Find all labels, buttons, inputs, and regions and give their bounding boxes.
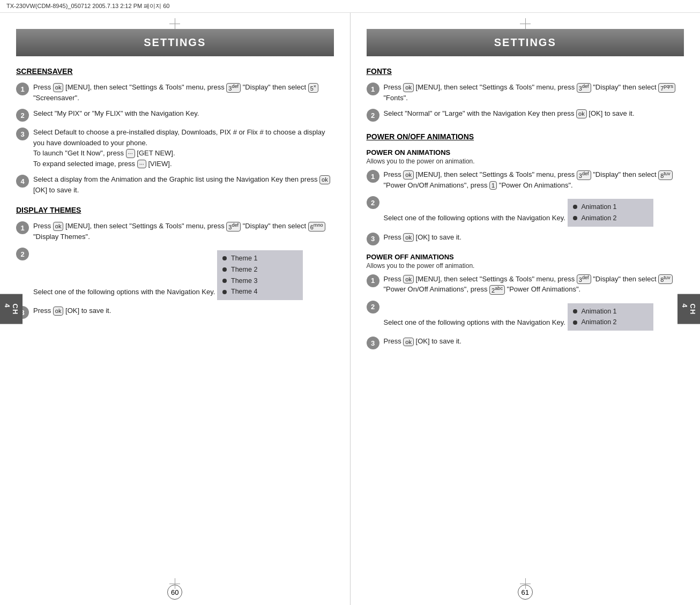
top-bar-text: TX-230VW(CDM-8945)_050712 2005.7.13 2:12… bbox=[6, 3, 170, 9]
power-off-step-1-num: 1 bbox=[367, 274, 379, 287]
ok-key-4: ok bbox=[53, 307, 64, 315]
power-off-step-2-text: Select one of the following options with… bbox=[384, 300, 653, 331]
crosshair-bottom-left bbox=[169, 578, 180, 589]
theme-option-4: Theme 4 bbox=[222, 287, 297, 297]
key-1a: 1 bbox=[489, 181, 497, 190]
ok-key: ok bbox=[53, 83, 64, 92]
power-on-step-3-text: Press ok [OK] to save it. bbox=[384, 232, 461, 243]
bullet-anim-off-2 bbox=[573, 320, 577, 325]
theme-option-1: Theme 1 bbox=[222, 253, 297, 264]
screensaver-title: SCREENSAVER bbox=[16, 67, 334, 76]
screensaver-step-2-text: Select "My PIX" or "My FLIX" with the Na… bbox=[33, 108, 199, 119]
power-off-step-1: 1 Press ok [MENU], then select "Settings… bbox=[367, 274, 684, 295]
left-page-header: SETTINGS bbox=[16, 29, 334, 56]
key-get-new: ··· bbox=[126, 149, 135, 158]
themes-step-3: 3 Press ok [OK] to save it. bbox=[16, 305, 334, 319]
power-on-step-2: 2 Select one of the following options wi… bbox=[367, 196, 684, 227]
themes-step-1-text: Press ok [MENU], then select "Settings &… bbox=[33, 221, 334, 242]
key-8a: 8tuv bbox=[658, 170, 672, 180]
screensaver-step-1-text: Press ok [MENU], then select "Settings &… bbox=[33, 82, 334, 103]
right-page-content: FONTS 1 Press ok [MENU], then select "Se… bbox=[351, 56, 701, 579]
fonts-step-1: 1 Press ok [MENU], then select "Settings… bbox=[367, 82, 684, 103]
power-on-step-1-num: 1 bbox=[367, 170, 379, 183]
left-page-content: SCREENSAVER 1 Press ok [MENU], then sele… bbox=[0, 56, 350, 579]
power-off-options-list: Animation 1 Animation 2 bbox=[568, 303, 653, 331]
screensaver-step-4: 4 Select a display from the Animation an… bbox=[16, 174, 334, 195]
bullet-2 bbox=[222, 267, 227, 272]
bullet-1 bbox=[222, 256, 227, 260]
key-view: ··· bbox=[137, 160, 146, 168]
themes-step-1: 1 Press ok [MENU], then select "Settings… bbox=[16, 221, 334, 242]
key-3r: 3def bbox=[577, 83, 591, 93]
anim-on-2-label: Animation 2 bbox=[582, 213, 617, 223]
screensaver-step-4-num: 4 bbox=[16, 175, 29, 188]
right-page-header: SETTINGS bbox=[367, 29, 684, 56]
key-3d: 3def bbox=[577, 274, 591, 284]
theme-option-1-label: Theme 1 bbox=[231, 253, 257, 264]
screensaver-step-2-num: 2 bbox=[16, 109, 29, 122]
screensaver-step-1: 1 Press ok [MENU], then select "Settings… bbox=[16, 82, 334, 103]
power-on-title: POWER ON ANIMATIONS bbox=[367, 148, 684, 156]
bullet-anim-on-2 bbox=[573, 216, 577, 220]
top-bar: TX-230VW(CDM-8945)_050712 2005.7.13 2:12… bbox=[0, 0, 700, 13]
bullet-4 bbox=[222, 290, 227, 294]
key-2b: 2abc bbox=[489, 285, 505, 295]
left-page: SETTINGS CH4 SCREENSAVER 1 Press ok [MEN… bbox=[0, 13, 351, 605]
ch-tab-left: CH4 bbox=[0, 294, 23, 324]
crosshair-top-right bbox=[520, 18, 531, 29]
power-off-step-2-num: 2 bbox=[367, 301, 379, 313]
power-on-step-2-num: 2 bbox=[367, 196, 379, 209]
key-3c: 3def bbox=[577, 170, 591, 180]
ch-tab-right: CH4 bbox=[677, 294, 700, 324]
screensaver-step-1-num: 1 bbox=[16, 83, 29, 95]
screensaver-step-3-text: Select Default to choose a pre-installed… bbox=[33, 127, 334, 169]
fonts-title: FONTS bbox=[367, 67, 684, 76]
screensaver-step-4-text: Select a display from the Animation and … bbox=[33, 174, 334, 195]
anim-off-2: Animation 2 bbox=[573, 317, 648, 327]
themes-step-3-text: Press ok [OK] to save it. bbox=[33, 305, 111, 316]
ok-key-r6: ok bbox=[403, 338, 414, 346]
theme-option-3-label: Theme 3 bbox=[231, 276, 257, 286]
theme-option-2: Theme 2 bbox=[222, 265, 297, 275]
fonts-step-2-text: Select "Normal" or "Large" with the Navi… bbox=[384, 108, 635, 119]
screensaver-step-3: 3 Select Default to choose a pre-install… bbox=[16, 127, 334, 169]
key-8b: 8tuv bbox=[658, 274, 672, 284]
themes-step-2-text: Select one of the following options with… bbox=[33, 247, 303, 300]
power-on-step-3-num: 3 bbox=[367, 233, 379, 245]
power-off-desc: Allows you to the power off animation. bbox=[367, 262, 684, 270]
key-7: 7pqrs bbox=[658, 83, 675, 93]
anim-off-2-label: Animation 2 bbox=[582, 317, 617, 327]
power-off-step-3: 3 Press ok [OK] to save it. bbox=[367, 336, 684, 349]
fonts-step-2: 2 Select "Normal" or "Large" with the Na… bbox=[367, 108, 684, 122]
ok-key-r5: ok bbox=[403, 275, 414, 283]
power-animations-title: POWER ON/OFF ANIMATIONS bbox=[367, 132, 684, 141]
key-6: 6mno bbox=[308, 222, 325, 231]
key-5: 5× bbox=[308, 83, 318, 93]
anim-on-1-label: Animation 1 bbox=[582, 202, 617, 212]
anim-off-1-label: Animation 1 bbox=[582, 307, 617, 317]
ok-key-r2: ok bbox=[576, 109, 587, 118]
bullet-anim-off-1 bbox=[573, 309, 577, 313]
fonts-step-1-num: 1 bbox=[367, 83, 379, 95]
ok-key-r4: ok bbox=[403, 233, 414, 242]
key-3b: 3def bbox=[226, 222, 241, 231]
crosshair-bottom-right bbox=[520, 578, 531, 589]
theme-option-4-label: Theme 4 bbox=[231, 287, 257, 297]
anim-on-1: Animation 1 bbox=[573, 202, 648, 212]
anim-on-2: Animation 2 bbox=[573, 213, 648, 223]
power-off-step-3-text: Press ok [OK] to save it. bbox=[384, 336, 461, 347]
power-on-options-list: Animation 1 Animation 2 bbox=[568, 199, 653, 227]
ok-key-r3: ok bbox=[403, 170, 414, 179]
fonts-step-2-num: 2 bbox=[367, 109, 379, 122]
fonts-step-1-text: Press ok [MENU], then select "Settings &… bbox=[384, 82, 684, 103]
theme-options-list: Theme 1 Theme 2 Theme 3 Theme 4 bbox=[217, 250, 303, 300]
power-on-step-1: 1 Press ok [MENU], then select "Settings… bbox=[367, 169, 684, 190]
crosshair-top-left bbox=[169, 18, 180, 29]
display-themes-title: DISPLAY THEMES bbox=[16, 206, 334, 214]
themes-step-2: 2 Select one of the following options wi… bbox=[16, 247, 334, 300]
ok-key-3: ok bbox=[53, 222, 64, 230]
theme-option-2-label: Theme 2 bbox=[231, 265, 257, 275]
key-3: 3def bbox=[226, 83, 241, 93]
bullet-3 bbox=[222, 279, 227, 283]
power-off-step-1-text: Press ok [MENU], then select "Settings &… bbox=[384, 274, 684, 295]
